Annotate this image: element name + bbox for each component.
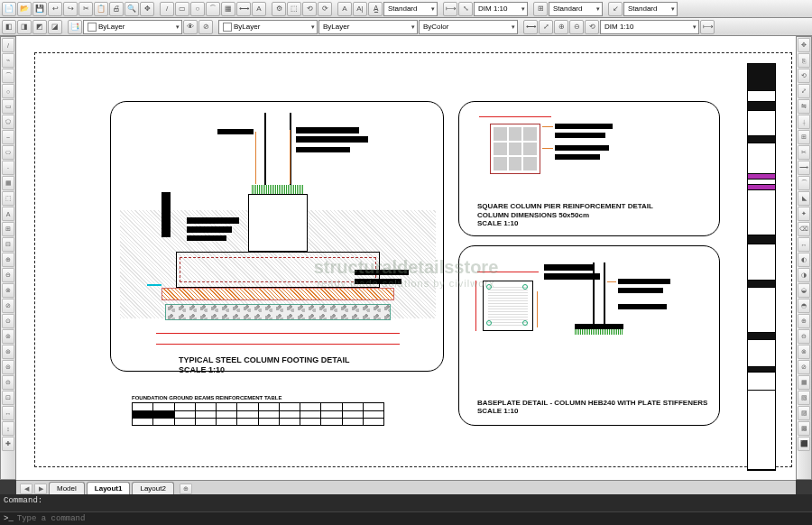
draw-ellipse-icon[interactable]: ⬭ bbox=[2, 145, 14, 160]
mod-more13-icon[interactable]: ⬛ bbox=[798, 437, 810, 451]
tb-circle-icon[interactable]: ○ bbox=[190, 2, 205, 16]
mod-array-icon[interactable]: ⊞ bbox=[798, 130, 810, 144]
mod-more2-icon[interactable]: ◑ bbox=[798, 268, 810, 282]
draw-more9-icon[interactable]: ⊝ bbox=[2, 375, 14, 390]
tb-redo-icon[interactable]: ↪ bbox=[63, 2, 78, 16]
draw-more7-icon[interactable]: ⊛ bbox=[2, 345, 14, 359]
mleader-style-dropdown[interactable]: Standard bbox=[623, 2, 678, 16]
draw-pline-icon[interactable]: ⌁ bbox=[2, 53, 14, 68]
draw-more8-icon[interactable]: ⊜ bbox=[2, 360, 14, 374]
tb-dimmisc-icon[interactable]: ⟷ bbox=[523, 20, 538, 34]
draw-point-icon[interactable]: · bbox=[2, 161, 14, 175]
draw-more11-icon[interactable]: ↔ bbox=[2, 406, 14, 420]
tb-copy-icon[interactable]: 📋 bbox=[94, 2, 108, 16]
tb-layoff-icon[interactable]: ⊘ bbox=[198, 20, 213, 34]
draw-arc-icon[interactable]: ⌒ bbox=[2, 69, 14, 83]
mod-erase-icon[interactable]: ⌫ bbox=[798, 222, 810, 236]
draw-poly-icon[interactable]: ⬠ bbox=[2, 115, 14, 129]
tb-dimend-icon[interactable]: ⟼ bbox=[700, 20, 715, 34]
tb-dim-icon[interactable]: ⟷ bbox=[236, 2, 251, 16]
tb-print-icon[interactable]: 🖨 bbox=[109, 2, 124, 16]
lineweight-dropdown[interactable]: ByColor bbox=[419, 20, 518, 34]
tb-zoom-icon[interactable]: 🔍 bbox=[125, 2, 139, 16]
tb-misc-icon[interactable]: ⚙ bbox=[272, 2, 286, 16]
drawing-canvas[interactable]: TYPICAL STEEL COLUMN FOOTING DETAIL SCAL… bbox=[16, 36, 796, 480]
mod-more6-icon[interactable]: ⊖ bbox=[798, 329, 810, 344]
mod-fillet-icon[interactable]: ⌒ bbox=[798, 176, 810, 190]
mod-trim-icon[interactable]: ✂ bbox=[798, 145, 810, 160]
tb-dim2-icon[interactable]: ⤡ bbox=[458, 2, 473, 16]
tb-undo-icon[interactable]: ↩ bbox=[48, 2, 62, 16]
mod-mirror-icon[interactable]: ⇋ bbox=[798, 99, 810, 114]
mod-more1-icon[interactable]: ◐ bbox=[798, 253, 810, 267]
draw-rect-icon[interactable]: ▭ bbox=[2, 99, 14, 114]
draw-block-icon[interactable]: ⊞ bbox=[2, 222, 14, 236]
draw-spline-icon[interactable]: ~ bbox=[2, 130, 14, 144]
mod-more7-icon[interactable]: ⊗ bbox=[798, 345, 810, 359]
mod-more10-icon[interactable]: ▧ bbox=[798, 391, 810, 405]
tb-layiso-icon[interactable]: 👁 bbox=[183, 20, 198, 34]
linetype-dropdown[interactable]: ByLayer bbox=[318, 20, 418, 34]
mod-explode-icon[interactable]: ✦ bbox=[798, 207, 810, 221]
tb-new-icon[interactable]: 📄 bbox=[2, 2, 16, 16]
mod-more4-icon[interactable]: ◓ bbox=[798, 299, 810, 313]
tab-add-icon[interactable]: ⊕ bbox=[180, 484, 192, 494]
mod-copy-icon[interactable]: ⎘ bbox=[798, 53, 810, 68]
tb-text-icon[interactable]: A bbox=[252, 2, 266, 16]
tb-dimmisc5-icon[interactable]: ⟲ bbox=[585, 20, 599, 34]
mod-more5-icon[interactable]: ⊕ bbox=[798, 314, 810, 328]
mod-stretch-icon[interactable]: ↔ bbox=[798, 237, 810, 252]
tb-layer4-icon[interactable]: ◪ bbox=[48, 20, 62, 34]
mod-scale-icon[interactable]: ⤢ bbox=[798, 84, 810, 98]
tab-layout1[interactable]: Layout1 bbox=[87, 482, 131, 494]
mod-rotate-icon[interactable]: ⟲ bbox=[798, 69, 810, 83]
draw-region-icon[interactable]: ⬚ bbox=[2, 191, 14, 206]
tb-save-icon[interactable]: 💾 bbox=[32, 2, 47, 16]
tb-misc2-icon[interactable]: ⬚ bbox=[287, 2, 301, 16]
table-style-dropdown[interactable]: Standard bbox=[549, 2, 603, 16]
draw-text2-icon[interactable]: A bbox=[2, 207, 14, 221]
draw-more13-icon[interactable]: ✚ bbox=[2, 437, 14, 451]
tab-scroll-left-icon[interactable]: ◀ bbox=[20, 484, 32, 494]
draw-more12-icon[interactable]: ↕ bbox=[2, 421, 14, 436]
draw-more1-icon[interactable]: ⊕ bbox=[2, 253, 14, 267]
tb-mleader-icon[interactable]: ↙ bbox=[608, 2, 623, 16]
command-input[interactable] bbox=[17, 514, 808, 523]
tb-open-icon[interactable]: 📂 bbox=[17, 2, 32, 16]
text-style-dropdown[interactable]: Standard bbox=[383, 2, 438, 16]
tb-dimmisc2-icon[interactable]: ⤢ bbox=[539, 20, 553, 34]
tb-layprop-icon[interactable]: 📑 bbox=[68, 20, 82, 34]
draw-table-icon[interactable]: ⊟ bbox=[2, 237, 14, 252]
mod-more3-icon[interactable]: ◒ bbox=[798, 283, 810, 298]
tb-dimmisc4-icon[interactable]: ⊖ bbox=[569, 20, 584, 34]
mod-move-icon[interactable]: ✥ bbox=[798, 38, 810, 52]
draw-more4-icon[interactable]: ⊘ bbox=[2, 299, 14, 313]
tb-dim1-icon[interactable]: ⟼ bbox=[443, 2, 457, 16]
draw-line-icon[interactable]: / bbox=[2, 38, 14, 52]
tb-rect-icon[interactable]: ▭ bbox=[175, 2, 189, 16]
draw-more6-icon[interactable]: ⊚ bbox=[2, 329, 14, 344]
tab-model[interactable]: Model bbox=[49, 482, 85, 494]
dimstyle2-dropdown[interactable]: DIM 1:10 bbox=[600, 20, 699, 34]
tb-textA3-icon[interactable]: A̲ bbox=[368, 2, 383, 16]
draw-more3-icon[interactable]: ⊗ bbox=[2, 283, 14, 298]
tb-hatch-icon[interactable]: ▦ bbox=[221, 2, 235, 16]
mod-more8-icon[interactable]: ⊘ bbox=[798, 360, 810, 374]
tb-layer3-icon[interactable]: ◩ bbox=[32, 20, 47, 34]
tab-layout2[interactable]: Layout2 bbox=[132, 482, 173, 494]
tb-table-icon[interactable]: ⊞ bbox=[533, 2, 548, 16]
draw-hatch2-icon[interactable]: ▦ bbox=[2, 176, 14, 190]
mod-more12-icon[interactable]: ▩ bbox=[798, 421, 810, 436]
tb-textA2-icon[interactable]: A| bbox=[353, 2, 367, 16]
tb-layer2-icon[interactable]: ◨ bbox=[17, 20, 32, 34]
mod-more9-icon[interactable]: ▦ bbox=[798, 375, 810, 390]
tb-line-icon[interactable]: / bbox=[160, 2, 174, 16]
mod-extend-icon[interactable]: ⟶ bbox=[798, 161, 810, 175]
tb-misc4-icon[interactable]: ⟳ bbox=[318, 2, 332, 16]
tb-pan-icon[interactable]: ✥ bbox=[140, 2, 154, 16]
mod-chamfer-icon[interactable]: ◣ bbox=[798, 191, 810, 206]
draw-more2-icon[interactable]: ⊖ bbox=[2, 268, 14, 282]
color-dropdown[interactable]: ByLayer bbox=[218, 20, 318, 34]
dim-style-dropdown[interactable]: DIM 1:10 bbox=[474, 2, 528, 16]
tb-textA-icon[interactable]: A bbox=[337, 2, 352, 16]
